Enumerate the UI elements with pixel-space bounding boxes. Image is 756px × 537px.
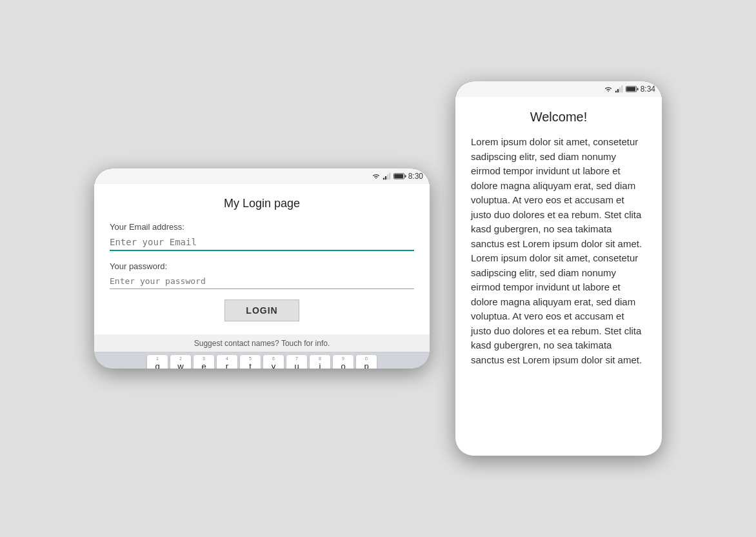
key-i[interactable]: 8i	[310, 355, 330, 369]
suggest-text: Suggest contact names? Touch for info.	[194, 339, 330, 348]
key-e[interactable]: 3e	[194, 355, 214, 369]
right-wifi-icon	[604, 85, 613, 93]
key-q[interactable]: 1q	[147, 355, 168, 369]
svg-rect-12	[626, 87, 635, 91]
login-button[interactable]: LOGIN	[224, 299, 299, 321]
svg-rect-3	[389, 173, 390, 180]
svg-rect-2	[387, 174, 388, 179]
keyboard-section: Suggest contact names? Touch for info. 1…	[94, 334, 430, 369]
password-input-wrapper	[110, 274, 414, 289]
svg-rect-7	[615, 91, 617, 93]
login-btn-wrapper: LOGIN	[110, 299, 414, 321]
email-label: Your Email address:	[110, 222, 414, 232]
svg-rect-10	[621, 86, 622, 93]
suggest-bar[interactable]: Suggest contact names? Touch for info.	[94, 334, 430, 352]
key-y[interactable]: 6y	[263, 355, 284, 369]
right-status-icons: 8:34	[604, 85, 655, 94]
svg-rect-6	[404, 175, 406, 177]
key-r[interactable]: 4r	[217, 355, 237, 369]
right-battery-icon	[626, 86, 639, 92]
right-signal-icon	[615, 85, 624, 93]
key-p[interactable]: 0p	[356, 355, 377, 369]
left-time: 8:30	[408, 172, 423, 181]
battery-icon	[393, 173, 406, 179]
key-u[interactable]: 7u	[286, 355, 307, 369]
svg-rect-5	[394, 174, 403, 178]
left-status-bar: 8:30	[94, 168, 430, 184]
password-input[interactable]	[110, 274, 414, 289]
login-content: My Login page Your Email address: Your p…	[94, 184, 430, 334]
signal-icon	[383, 172, 392, 180]
email-input-wrapper	[110, 234, 414, 251]
welcome-title: Welcome!	[471, 110, 646, 125]
right-screen: Welcome! Lorem ipsum dolor sit amet, con…	[455, 97, 662, 456]
svg-rect-8	[617, 89, 619, 92]
password-label: Your password:	[110, 261, 414, 271]
key-t[interactable]: 5t	[240, 355, 261, 369]
key-w[interactable]: 2w	[170, 355, 191, 369]
right-time: 8:34	[641, 85, 655, 94]
email-input[interactable]	[110, 234, 414, 250]
svg-rect-13	[637, 88, 638, 90]
login-title: My Login page	[110, 197, 414, 210]
key-row-1: 1q 2w 3e 4r 5t 6y 7u 8i 9o 0p	[98, 355, 426, 369]
svg-rect-1	[385, 176, 386, 179]
wifi-icon	[372, 172, 381, 180]
status-icons: 8:30	[372, 172, 423, 181]
left-screen: My Login page Your Email address: Your p…	[94, 184, 430, 369]
left-phone: 8:30 My Login page Your Email address: Y…	[94, 168, 430, 369]
svg-rect-9	[619, 87, 621, 92]
svg-rect-0	[383, 178, 384, 180]
welcome-content: Welcome! Lorem ipsum dolor sit amet, con…	[455, 97, 662, 456]
right-status-bar: 8:34	[455, 81, 662, 97]
welcome-body: Lorem ipsum dolor sit amet, consetetur s…	[471, 135, 646, 367]
keyboard-rows: 1q 2w 3e 4r 5t 6y 7u 8i 9o 0p a s d f	[94, 352, 430, 369]
right-phone: 8:34 Welcome! Lorem ipsum dolor sit amet…	[455, 81, 662, 456]
key-o[interactable]: 9o	[333, 355, 353, 369]
